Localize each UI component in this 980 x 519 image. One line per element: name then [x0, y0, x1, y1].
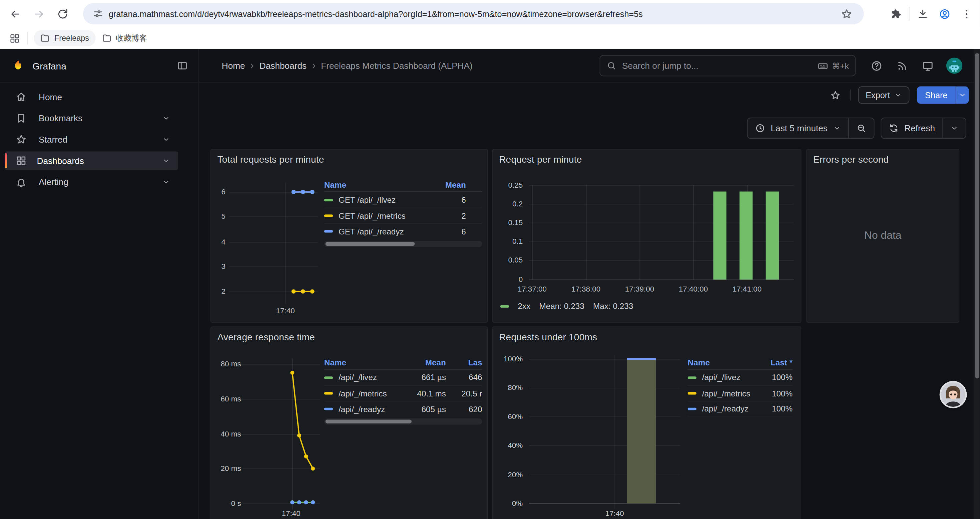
chevron-down-icon: [833, 125, 841, 132]
home-icon: [16, 91, 27, 102]
chevron-down-icon: [894, 91, 902, 99]
bookmark-folder-blogs[interactable]: 收藏博客: [95, 30, 153, 46]
series-color-pill: [324, 392, 333, 394]
legend-row[interactable]: /api/_/metrics 100%: [688, 385, 793, 401]
bookmark-label: 收藏博客: [116, 33, 148, 43]
legend-row[interactable]: /api/_/livez 100%: [688, 370, 793, 385]
column-header-name[interactable]: Name: [688, 358, 758, 367]
topnav-icons: [870, 49, 963, 83]
downloads-icon[interactable]: [914, 5, 931, 22]
dashboard-controls: Export Share: [199, 83, 969, 107]
share-button[interactable]: Share: [917, 86, 956, 104]
series-color-pill: [324, 214, 333, 217]
address-bar[interactable]: grafana.mathmast.com/d/deytv4rwavabkb/fr…: [83, 3, 864, 24]
legend-hscrollbar[interactable]: [324, 241, 482, 247]
breadcrumb-home[interactable]: Home: [222, 61, 245, 71]
legend-row[interactable]: /api/_/readyz 605 µs 620: [324, 401, 482, 417]
column-header-name[interactable]: Name: [324, 180, 422, 189]
column-header-mean[interactable]: Mean: [405, 358, 446, 367]
p2-legend[interactable]: 2xx Mean: 0.233 Max: 0.233: [500, 302, 633, 311]
controls-separator: [850, 89, 851, 101]
grafana-app: Grafana Home Dashboards Freeleaps Metric…: [0, 49, 980, 519]
share-split-button: Share: [917, 86, 969, 104]
user-avatar[interactable]: [946, 57, 963, 74]
breadcrumb-dashboards[interactable]: Dashboards: [259, 61, 307, 71]
refresh-icon: [889, 123, 899, 133]
column-header-last[interactable]: Last *: [757, 358, 792, 367]
legend-row[interactable]: GET /api/_/readyz 6: [324, 223, 482, 239]
panel-requests-under-100ms: Requests under 100ms 100%80%60%40%20%0%1…: [492, 326, 802, 519]
series-color-pill: [688, 392, 697, 394]
series-color-pill: [688, 376, 697, 378]
assistant-avatar[interactable]: [939, 381, 967, 408]
sidebar-item-starred[interactable]: Starred: [5, 130, 178, 149]
brand-block: Grafana: [0, 49, 199, 83]
dashboard-main: Export Share Last 5 minutes: [199, 83, 980, 519]
chevron-down-icon[interactable]: [162, 156, 170, 165]
browser-toolbar: grafana.mathmast.com/d/deytv4rwavabkb/fr…: [0, 0, 980, 27]
keyboard-icon: [818, 61, 828, 71]
news-rss-icon[interactable]: [895, 59, 908, 72]
scrollbar-thumb[interactable]: [326, 242, 415, 246]
page-scrollbar[interactable]: [974, 49, 980, 519]
bookmarks-separator: [27, 32, 28, 44]
apps-grid-icon[interactable]: [6, 30, 23, 46]
legend-row[interactable]: GET /api/_/metrics 2: [324, 208, 482, 224]
share-menu-button[interactable]: [956, 86, 969, 104]
sidebar-item-label: Home: [39, 92, 178, 102]
export-button[interactable]: Export: [858, 86, 910, 104]
no-data-message: No data: [807, 150, 959, 322]
column-header-mean[interactable]: Mean: [422, 180, 466, 189]
scrollbar-thumb[interactable]: [326, 420, 412, 423]
bookmark-star-icon[interactable]: [841, 8, 853, 20]
legend-hscrollbar[interactable]: [324, 418, 482, 425]
back-button[interactable]: [6, 5, 24, 22]
refresh-interval-button[interactable]: [943, 118, 966, 138]
forward-button[interactable]: [30, 5, 48, 22]
search-input[interactable]: Search or jump to... ⌘+k: [600, 55, 856, 77]
sidebar-item-home[interactable]: Home: [5, 88, 178, 106]
chevron-down-icon[interactable]: [162, 135, 170, 144]
browser-menu-icon[interactable]: [958, 5, 975, 22]
legend-row[interactable]: /api/_/livez 661 µs 646: [324, 370, 482, 385]
sidebar-item-dashboards[interactable]: Dashboards: [5, 151, 178, 170]
breadcrumb: Home Dashboards Freeleaps Metrics Dashbo…: [199, 49, 473, 83]
bookmark-folder-freeleaps[interactable]: Freeleaps: [34, 30, 95, 46]
zoom-out-button[interactable]: [848, 118, 874, 138]
sidebar-toggle-icon[interactable]: [174, 57, 191, 74]
legend-mean: Mean: 0.233: [539, 302, 584, 311]
chevron-down-icon[interactable]: [162, 178, 170, 186]
breadcrumb-current: Freeleaps Metrics Dashboard (ALPHA): [321, 61, 473, 71]
bookmark-label: Freeleaps: [54, 34, 89, 42]
p5-legend-table: Name Last * /api/_/livez 100% /api/_/met…: [688, 356, 793, 417]
url-text[interactable]: grafana.mathmast.com/d/deytv4rwavabkb/fr…: [109, 9, 841, 18]
scrollbar-thumb[interactable]: [975, 53, 979, 378]
browser-profile-icon[interactable]: [935, 5, 953, 22]
help-icon[interactable]: [870, 59, 883, 72]
chevron-down-icon[interactable]: [162, 114, 170, 123]
series-color-pill: [324, 199, 333, 201]
kiosk-monitor-icon[interactable]: [921, 59, 934, 72]
legend-row[interactable]: /api/_/metrics 40.1 ms 20.5 r: [324, 385, 482, 401]
legend-row[interactable]: GET /api/_/livez 6: [324, 192, 482, 208]
sidebar-item-bookmarks[interactable]: Bookmarks: [5, 109, 178, 128]
panel-request-per-minute: Request per minute 0.250.20.150.10.05017…: [492, 149, 802, 323]
column-header-last[interactable]: Las: [446, 358, 482, 367]
time-controls: Last 5 minutes Refresh: [199, 118, 966, 139]
legend-series-name[interactable]: 2xx: [518, 302, 530, 311]
refresh-button[interactable]: Refresh: [881, 118, 943, 138]
legend-row[interactable]: /api/_/readyz 100%: [688, 401, 793, 417]
favorite-star-icon[interactable]: [829, 88, 843, 102]
sidebar-item-alerting[interactable]: Alerting: [5, 172, 178, 192]
grafana-logo: [11, 59, 25, 72]
reload-button[interactable]: [54, 5, 71, 22]
search-placeholder: Search or jump to...: [622, 61, 818, 71]
time-range-picker[interactable]: Last 5 minutes: [748, 118, 848, 138]
extensions-icon[interactable]: [887, 5, 904, 22]
sidebar: Home Bookmarks Starred Dashboards Alerti…: [0, 83, 199, 519]
chevron-right-icon: [248, 61, 257, 70]
bell-icon: [16, 176, 27, 188]
site-settings-icon[interactable]: [92, 8, 104, 19]
dashboards-grid-icon: [16, 155, 27, 166]
column-header-name[interactable]: Name: [324, 358, 405, 367]
